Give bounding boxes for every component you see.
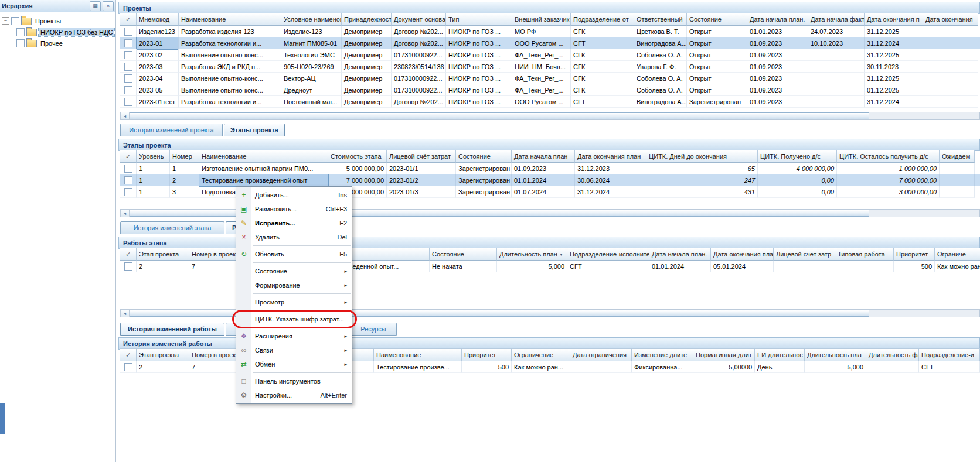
column-header[interactable]: Стоимость этапа	[328, 150, 387, 163]
scroll-left-icon[interactable]: ◄	[121, 310, 130, 317]
row-checkbox[interactable]	[124, 165, 132, 173]
hierarchy-collapse-icon[interactable]: «	[103, 1, 114, 11]
projects-hscrollbar[interactable]: ◄	[120, 112, 980, 120]
column-header[interactable]: ✓	[120, 248, 137, 261]
table-row[interactable]: 2023-03Разработка ЭКД и РКД н...905-U020…	[120, 61, 980, 73]
column-header[interactable]: Этап проекта	[137, 348, 189, 361]
column-header[interactable]: Ответственный	[634, 13, 687, 26]
row-checkbox[interactable]	[124, 39, 132, 47]
tab-work-history[interactable]: История изменений работы	[120, 323, 224, 336]
column-header[interactable]: Лицевой счёт затрат	[387, 150, 456, 163]
menu-item-settings[interactable]: ⚙Настройки...Alt+Enter	[236, 388, 352, 402]
column-header[interactable]: Дата ограничения	[570, 348, 632, 361]
menu-item-toolbar-panel[interactable]: □Панель инструментов	[236, 374, 352, 388]
tree-checkbox[interactable]	[16, 39, 25, 47]
tab-project-stages[interactable]: Этапы проекта	[224, 124, 285, 136]
column-header[interactable]: Длительность фак	[866, 348, 919, 361]
menu-item-refresh[interactable]: ↻ОбновитьF5	[236, 247, 352, 261]
column-header[interactable]: ✓	[120, 13, 137, 26]
menu-item-duplicate[interactable]: ▣Размножить...Ctrl+F3	[236, 202, 352, 216]
column-header[interactable]: Внешний заказчик	[512, 13, 571, 26]
tab-project-history[interactable]: История изменений проекта	[120, 124, 223, 136]
row-checkbox[interactable]	[124, 176, 132, 184]
column-header[interactable]: Наименование	[374, 348, 462, 361]
menu-item-edit[interactable]: ✎Исправить...F2	[236, 216, 352, 230]
column-header[interactable]: Дата окончания п	[865, 13, 923, 26]
table-row[interactable]: 2023-01Разработка технологии и...Магнит …	[120, 37, 980, 49]
menu-item-view[interactable]: Просмотр▸	[236, 295, 352, 309]
tree-item-label[interactable]: Проекты	[33, 17, 63, 25]
row-checkbox[interactable]	[124, 188, 132, 196]
row-checkbox[interactable]	[124, 51, 132, 59]
column-header[interactable]: Дата начала план.	[747, 13, 808, 26]
column-header[interactable]: Дата начала факт	[808, 13, 865, 26]
column-header[interactable]: Условное наименова	[281, 13, 342, 26]
table-row[interactable]: 2023-04Выполнение опытно-конс...Вектор-А…	[120, 73, 980, 84]
column-header[interactable]: ✓	[120, 348, 137, 361]
column-header[interactable]: Состояние	[430, 248, 497, 261]
column-header[interactable]: ЦИТК. Получено д/с	[758, 150, 837, 163]
scroll-thumb[interactable]	[130, 112, 869, 119]
tab-stage-history[interactable]: История изменений этапа	[120, 221, 224, 234]
table-row[interactable]: 12Тестирование произведенной опыт7 000 0…	[120, 174, 980, 186]
row-checkbox[interactable]	[124, 63, 132, 71]
column-header[interactable]: Типовая работа	[835, 248, 894, 261]
column-header[interactable]: Лицевой счёт затр	[774, 248, 835, 261]
column-header[interactable]: ЦИТК. Осталось получить д/с	[837, 150, 940, 163]
column-header[interactable]: Дата окончания	[923, 13, 978, 26]
column-header[interactable]: Дата окончания план	[711, 248, 774, 261]
column-header[interactable]: Уровень	[137, 150, 170, 163]
tree-item-prochee[interactable]: Прочее	[0, 37, 115, 49]
column-header[interactable]: Наименование	[179, 13, 281, 26]
row-checkbox[interactable]	[124, 98, 132, 106]
hierarchy-grid-icon[interactable]: ▦	[90, 1, 101, 11]
tree-item-label[interactable]: Прочее	[39, 39, 64, 47]
menu-item-add[interactable]: +Добавить...Ins	[236, 188, 352, 202]
column-header[interactable]: ЕИ длительности	[755, 348, 805, 361]
column-header[interactable]: ЦИТК. Дней до окончания	[646, 150, 758, 163]
row-checkbox[interactable]	[124, 262, 132, 271]
column-header[interactable]: Тип	[446, 13, 512, 26]
menu-item-delete[interactable]: ×УдалитьDel	[236, 230, 352, 244]
column-header[interactable]: Дата начала план	[512, 150, 575, 163]
column-header[interactable]: Приоритет	[462, 348, 512, 361]
column-header[interactable]: Нормативная длит	[693, 348, 755, 361]
tree-checkbox[interactable]	[16, 28, 25, 36]
menu-item-state[interactable]: Состояние▸	[236, 264, 352, 278]
table-row[interactable]: 2023-05Выполнение опытно-конс...Дредноут…	[120, 84, 980, 96]
tree-checkbox[interactable]	[11, 17, 19, 25]
column-header[interactable]: Приоритет	[894, 248, 935, 261]
tree-expander-icon[interactable]: −	[2, 17, 9, 25]
column-header[interactable]: Ограничение	[512, 348, 570, 361]
scroll-left-icon[interactable]: ◄	[121, 112, 130, 119]
column-header[interactable]: Этап проекта	[137, 248, 189, 261]
row-checkbox[interactable]	[124, 74, 132, 83]
column-header[interactable]: Документ-основан	[392, 13, 446, 26]
tab-work-resources[interactable]: Ресурсы	[350, 323, 397, 336]
tree-item-projects-root[interactable]: −Проекты	[0, 15, 115, 26]
column-header[interactable]: Мнемокод	[137, 13, 179, 26]
row-checkbox[interactable]	[124, 28, 132, 36]
column-header[interactable]: Длительность пла	[805, 348, 866, 361]
column-header[interactable]: Состояние	[687, 13, 747, 26]
menu-item-extensions[interactable]: ❖Расширения▸	[236, 329, 352, 343]
column-header[interactable]: Состояние	[456, 150, 512, 163]
table-row[interactable]: 11Изготовление опытной партии ПМ0...5 00…	[120, 163, 980, 174]
menu-item-formation[interactable]: Формирование▸	[236, 278, 352, 292]
column-header[interactable]: ✓	[120, 150, 137, 163]
menu-item-links[interactable]: ∞Связи▸	[236, 343, 352, 357]
tree-item-label[interactable]: НИОКР по ГОЗ без НДС	[39, 28, 114, 36]
column-header[interactable]: Подразделение-от	[571, 13, 634, 26]
column-header[interactable]: Дата начала план.	[649, 248, 711, 261]
scroll-left-icon[interactable]: ◄	[121, 210, 130, 217]
column-header[interactable]: Изменение длите	[632, 348, 693, 361]
row-checkbox[interactable]	[124, 86, 132, 94]
menu-item-exchange[interactable]: ⇄Обмен▸	[236, 357, 352, 371]
table-row[interactable]: Изделие123Разработка изделия 123Изделие-…	[120, 26, 980, 37]
column-header[interactable]: Ожидаем	[940, 150, 975, 163]
column-header[interactable]: Дата окончания план	[575, 150, 646, 163]
column-header[interactable]: Принадлежность	[342, 13, 392, 26]
tree-item-niokr-goz-bez-nds[interactable]: НИОКР по ГОЗ без НДС	[0, 26, 115, 37]
menu-item-citk-cost-code[interactable]: ЦИТК. Указать шифр затрат...	[236, 312, 352, 326]
row-checkbox[interactable]	[124, 363, 132, 371]
